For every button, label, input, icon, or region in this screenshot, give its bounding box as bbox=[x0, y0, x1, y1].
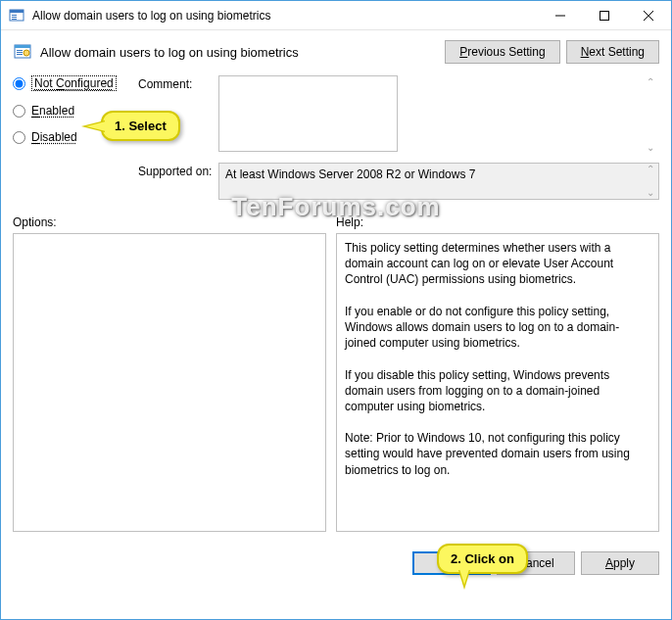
supported-on-value: At least Windows Server 2008 R2 or Windo… bbox=[218, 163, 659, 200]
dialog-footer: OK Cancel Apply bbox=[1, 542, 671, 585]
previous-setting-button[interactable]: Previous Setting bbox=[445, 40, 559, 64]
svg-rect-2 bbox=[12, 15, 17, 16]
disabled-label[interactable]: Disabled bbox=[31, 130, 77, 144]
policy-icon bbox=[13, 42, 32, 62]
annotation-click: 2. Click on bbox=[437, 544, 528, 574]
help-label: Help: bbox=[336, 215, 659, 229]
app-icon bbox=[9, 8, 24, 24]
header-row: Allow domain users to log on using biome… bbox=[13, 40, 659, 64]
close-button[interactable] bbox=[626, 1, 671, 29]
disabled-radio[interactable] bbox=[13, 131, 25, 144]
annotation-select: 1. Select bbox=[101, 111, 180, 141]
enabled-radio[interactable] bbox=[13, 105, 25, 118]
titlebar: Allow domain users to log on using biome… bbox=[1, 1, 671, 30]
not-configured-radio[interactable] bbox=[13, 77, 25, 90]
supported-on-label: Supported on: bbox=[138, 163, 218, 200]
svg-rect-10 bbox=[15, 45, 30, 48]
options-label: Options: bbox=[13, 215, 326, 229]
comment-textarea[interactable] bbox=[218, 75, 398, 152]
comment-scroll-icon: ⌃⌄ bbox=[644, 77, 657, 153]
not-configured-label[interactable]: Not Configured bbox=[31, 75, 117, 91]
svg-rect-13 bbox=[17, 54, 23, 55]
window-title: Allow domain users to log on using biome… bbox=[32, 9, 538, 23]
next-setting-button[interactable]: Next Setting bbox=[566, 40, 659, 64]
apply-button[interactable]: Apply bbox=[581, 551, 659, 575]
policy-editor-window: Allow domain users to log on using biome… bbox=[0, 0, 672, 620]
enabled-label[interactable]: Enabled bbox=[31, 104, 74, 118]
svg-rect-12 bbox=[17, 52, 23, 53]
help-panel: This policy setting determines whether u… bbox=[336, 233, 659, 532]
svg-rect-11 bbox=[17, 50, 23, 51]
svg-point-14 bbox=[24, 50, 29, 56]
svg-rect-3 bbox=[12, 17, 17, 18]
options-panel[interactable] bbox=[13, 233, 326, 532]
minimize-button[interactable] bbox=[538, 1, 582, 29]
window-controls bbox=[538, 1, 671, 29]
policy-title: Allow domain users to log on using biome… bbox=[40, 45, 445, 60]
maximize-button[interactable] bbox=[582, 1, 626, 29]
svg-rect-4 bbox=[12, 19, 17, 20]
svg-rect-6 bbox=[600, 11, 608, 20]
state-radio-group: Not Configured Enabled Disabled bbox=[13, 75, 138, 208]
svg-rect-1 bbox=[10, 10, 24, 13]
